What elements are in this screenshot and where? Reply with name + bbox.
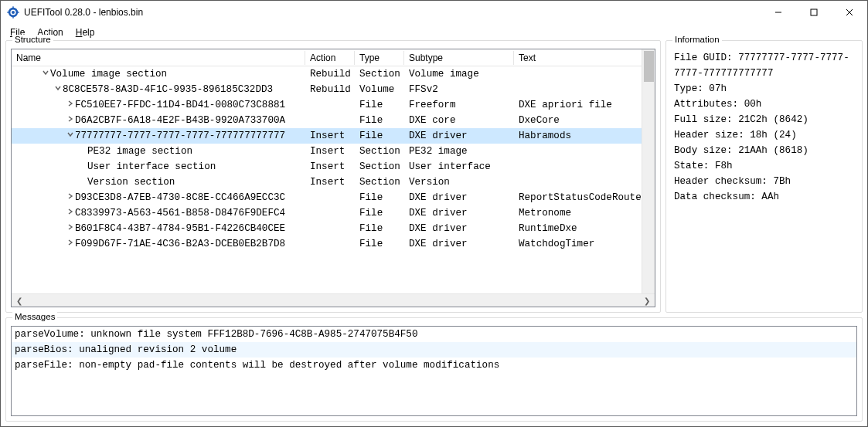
tree-row[interactable]: C8339973-A563-4561-B858-D8476F9DEFC4File…	[12, 205, 655, 221]
tree-row-type: File	[355, 128, 404, 144]
expander-closed-icon[interactable]	[66, 221, 75, 236]
col-header-action[interactable]: Action	[305, 51, 355, 65]
tree-row-text: Habramods	[514, 128, 655, 144]
maximize-button[interactable]	[796, 1, 832, 24]
tree-row[interactable]: PE32 image sectionInsertSectionPE32 imag…	[12, 144, 655, 159]
svg-rect-5	[7, 12, 9, 12]
messages-groupbox: Messages parseVolume: unknown file syste…	[5, 317, 863, 422]
titlebar: UEFITool 0.28.0 - lenbios.bin	[1, 1, 867, 24]
tree-row[interactable]: User interface sectionInsertSectionUser …	[12, 159, 655, 175]
tree-row-action	[305, 113, 355, 128]
tree-row-name: D6A2CB7F-6A18-4E2F-B43B-9920A733700A	[75, 115, 285, 126]
messages-body[interactable]: parseVolume: unknown file system FFF12B8…	[11, 326, 857, 416]
tree-row[interactable]: D93CE3D8-A7EB-4730-8C8E-CC466A9ECC3CFile…	[12, 190, 655, 205]
menubar: File Action Help	[1, 24, 867, 40]
expander-open-icon[interactable]	[66, 128, 75, 144]
structure-legend: Structure	[12, 35, 53, 44]
message-row[interactable]: parseBios: unaligned revision 2 volume	[12, 342, 856, 358]
content-area: Structure Name Action Type Subtype Text …	[1, 40, 867, 426]
tree-row-type: Section	[355, 144, 404, 159]
structure-groupbox: Structure Name Action Type Subtype Text …	[5, 40, 661, 313]
tree-row-action	[305, 205, 355, 221]
information-groupbox: Information File GUID: 77777777-7777-777…	[665, 40, 863, 313]
tree-row-subtype: DXE driver	[404, 221, 514, 236]
structure-vscroll-thumb[interactable]	[644, 51, 654, 82]
expander-closed-icon[interactable]	[66, 97, 75, 113]
hscroll-left-arrow[interactable]: ❮	[13, 297, 26, 305]
tree-row-text: DXE apriori file	[514, 97, 655, 113]
tree-row-name: Version section	[87, 177, 175, 188]
tree-row-text: DxeCore	[514, 113, 655, 128]
expander-closed-icon[interactable]	[66, 190, 75, 205]
svg-rect-4	[12, 17, 13, 19]
tree-row-name: B601F8C4-43B7-4784-95B1-F4226CB40CEE	[75, 223, 285, 234]
tree-row-text	[514, 159, 655, 175]
menu-help[interactable]: Help	[70, 25, 101, 39]
messages-legend: Messages	[12, 312, 57, 321]
tree-row-name: F099D67F-71AE-4C36-B2A3-DCEB0EB2B7D8	[75, 239, 285, 249]
expander-closed-icon[interactable]	[66, 113, 75, 128]
tree-row-subtype: DXE driver	[404, 236, 514, 252]
tree-row[interactable]: F099D67F-71AE-4C36-B2A3-DCEB0EB2B7D8File…	[12, 236, 655, 252]
col-header-type[interactable]: Type	[355, 51, 404, 65]
tree-row[interactable]: B601F8C4-43B7-4784-95B1-F4226CB40CEEFile…	[12, 221, 655, 236]
tree-row-name: Volume image section	[50, 69, 167, 80]
information-body[interactable]: File GUID: 77777777-7777-7777-7777-77777…	[671, 49, 857, 307]
tree-row-action	[305, 221, 355, 236]
svg-rect-6	[18, 12, 19, 12]
tree-row[interactable]: D6A2CB7F-6A18-4E2F-B43B-9920A733700AFile…	[12, 113, 655, 128]
expander-closed-icon[interactable]	[66, 236, 75, 252]
tree-row-text	[514, 144, 655, 159]
app-icon	[7, 6, 19, 19]
message-row[interactable]: parseFile: non-empty pad-file contents w…	[12, 358, 856, 373]
tree-row-action	[305, 97, 355, 113]
structure-hscrollbar[interactable]: ❮ ❯	[12, 293, 655, 307]
structure-tree[interactable]: Name Action Type Subtype Text Volume ima…	[11, 49, 655, 307]
tree-row-subtype: Version	[404, 175, 514, 190]
expander-open-icon[interactable]	[41, 66, 50, 82]
svg-rect-8	[811, 9, 817, 15]
tree-row-text	[514, 82, 655, 97]
structure-tree-body[interactable]: Volume image sectionRebuildSectionVolume…	[12, 66, 655, 293]
tree-row-subtype: FFSv2	[404, 82, 514, 97]
tree-row-action	[305, 190, 355, 205]
tree-row-type: File	[355, 221, 404, 236]
hscroll-right-arrow[interactable]: ❯	[641, 297, 653, 305]
tree-row-action: Rebuild	[305, 66, 355, 82]
col-header-subtype[interactable]: Subtype	[404, 51, 514, 65]
tree-row-subtype: DXE driver	[404, 190, 514, 205]
minimize-button[interactable]	[761, 1, 796, 24]
tree-row[interactable]: 8C8CE578-8A3D-4F1C-9935-896185C32DD3Rebu…	[12, 82, 655, 97]
tree-row-name: User interface section	[87, 161, 216, 172]
tree-row-name: C8339973-A563-4561-B858-D8476F9DEFC4	[75, 208, 285, 219]
structure-tree-header: Name Action Type Subtype Text	[12, 49, 655, 66]
tree-row-type: Section	[355, 66, 404, 82]
close-button[interactable]	[832, 1, 867, 24]
structure-vscrollbar[interactable]	[642, 49, 655, 293]
tree-row[interactable]: Volume image sectionRebuildSectionVolume…	[12, 66, 655, 82]
tree-row-subtype: DXE core	[404, 113, 514, 128]
information-legend: Information	[672, 35, 722, 44]
tree-row-text: Metronome	[514, 205, 655, 221]
tree-row-action: Insert	[305, 128, 355, 144]
tree-row-action: Insert	[305, 175, 355, 190]
col-header-text[interactable]: Text	[514, 51, 655, 65]
tree-row-type: Section	[355, 175, 404, 190]
message-row[interactable]: parseVolume: unknown file system FFF12B8…	[12, 327, 856, 342]
tree-row-action: Rebuild	[305, 82, 355, 97]
tree-row-text: WatchdogTimer	[514, 236, 655, 252]
tree-row-type: File	[355, 113, 404, 128]
col-header-name[interactable]: Name	[12, 51, 305, 65]
expander-closed-icon[interactable]	[66, 205, 75, 221]
tree-row-subtype: DXE driver	[404, 205, 514, 221]
tree-row[interactable]: Version sectionInsertSectionVersion	[12, 175, 655, 190]
tree-row[interactable]: 77777777-7777-7777-7777-777777777777Inse…	[12, 128, 655, 144]
expander-open-icon[interactable]	[53, 82, 63, 97]
svg-rect-3	[12, 6, 13, 8]
tree-row-name: FC510EE7-FFDC-11D4-BD41-0080C73C8881	[75, 100, 285, 110]
tree-row-type: Volume	[355, 82, 404, 97]
tree-row[interactable]: FC510EE7-FFDC-11D4-BD41-0080C73C8881File…	[12, 97, 655, 113]
tree-row-name: 8C8CE578-8A3D-4F1C-9935-896185C32DD3	[63, 84, 273, 95]
tree-row-type: File	[355, 190, 404, 205]
tree-row-name: PE32 image section	[87, 146, 192, 157]
